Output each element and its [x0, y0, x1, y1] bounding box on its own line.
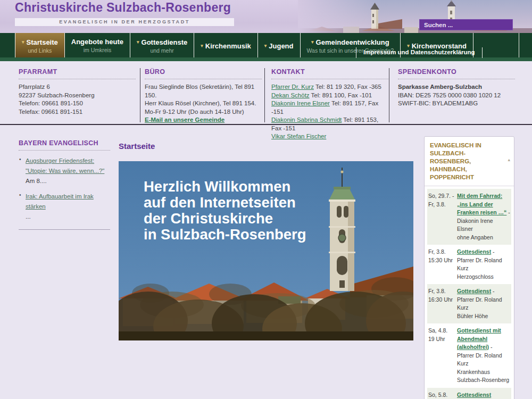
event-row: So, 5.8.8 Uhr Gottesdienst Der ideale Go… [427, 388, 511, 399]
nav-item[interactable]: ▾Gottesdienste und mehr [130, 33, 194, 57]
event-link[interactable]: Gottesdienst [457, 248, 491, 255]
left-sidebar: BAYERN EVANGELISCH Augsburger Friedensfe… [19, 139, 110, 230]
news-note: Am 8.... [26, 177, 110, 185]
hero-text: Herzlich Willkommen auf den Internetseit… [144, 178, 306, 243]
info-line: Sparkasse Amberg-Sulzbach [398, 83, 515, 92]
nav-item-label: ▾Angebote heute [71, 38, 123, 46]
info-line: Herr Klaus Rösel (Kirchner), Tel 891 154… [145, 99, 262, 108]
nav-separator [519, 33, 519, 57]
hero-image: Herzlich Willkommen auf den Internetseit… [119, 161, 413, 340]
chevron-down-icon: ▾ [311, 39, 314, 45]
info-link[interactable]: Pfarrer Dr. Kurz [271, 84, 314, 90]
event-date: 19 Uhr [428, 335, 455, 344]
section-divider [0, 124, 532, 125]
event-date: 15:30 Uhr [428, 256, 455, 265]
event-body: Mit dem Fahrrad: „ins Land der Franken r… [455, 192, 510, 242]
info-line: SWIFT-BIC: BYLADEM1ABG [398, 99, 515, 108]
news-link[interactable]: Augsburger Friedensfest: "Utopie: Was wä… [26, 157, 104, 174]
nav-item[interactable]: ▾Startseite und Links [15, 33, 65, 57]
info-text: Telefax: 09661 891-151 [19, 109, 82, 115]
column-separator [140, 68, 140, 122]
event-link[interactable]: Gottesdienst mit Abendmahl (alkoholfrei) [457, 327, 501, 350]
info-column: PFARRAMT Pfarrplatz 6 92237 Sulzbach-Ros… [19, 68, 136, 116]
dotted-divider [398, 79, 515, 79]
info-text: 92237 Sulzbach-Rosenberg [19, 92, 95, 98]
news-note: ... [26, 213, 110, 221]
page: Christuskirche Sulzbach-Rosenberg EVANGE… [0, 0, 532, 399]
event-dates: So, 5.8.8 Uhr [428, 391, 455, 399]
info-line: Mo-Fr 9-12 Uhr (Do auch 14-18 Uhr) [145, 108, 262, 117]
info-link[interactable]: Diakonin Sabrina Schmidt [271, 117, 342, 123]
info-line: Telefon: 09661 891-150 [19, 99, 136, 108]
svg-text:auf den Internetseiten: auf den Internetseiten [144, 194, 296, 211]
nav-item-label: ▾Gottesdienste [137, 38, 187, 47]
news-item: Irak: Aufbauarbeit im Irak stärken ... [19, 191, 110, 221]
search-input[interactable] [419, 19, 513, 30]
event-detail-line: Bühler Höhe [457, 312, 510, 321]
info-column-title: PFARRAMT [19, 68, 136, 76]
dotted-divider [271, 79, 388, 79]
info-link[interactable]: Dekan Schötz [271, 92, 310, 98]
nav-bottom-strip [0, 57, 532, 61]
nav-item[interactable]: ▾Kirchenmusik [194, 33, 258, 57]
news-item: Augsburger Friedensfest: "Utopie: Was wä… [19, 155, 110, 185]
chevron-down-icon: ▾ [22, 39, 24, 45]
collapse-arrow-icon[interactable]: ▴ [508, 157, 510, 162]
events-panel-title: EVANGELISCH IN SULZBACH-ROSENBERG, HAHNB… [430, 142, 503, 181]
event-detail-line: Herzogschloss [457, 273, 510, 281]
events-panel: EVANGELISCH IN SULZBACH-ROSENBERG, HAHNB… [424, 136, 514, 399]
event-body: Gottesdienst Der ideale Gottesdienst für… [455, 391, 510, 399]
left-sidebar-title: BAYERN EVANGELISCH [19, 139, 110, 147]
event-date: Fr, 3.8. [428, 201, 455, 209]
site-subtitle: EVANGELISCH IN DER HERZOGSTADT [15, 18, 234, 26]
info-text: Tel: 891 100, Fax -101 [310, 92, 372, 98]
event-date: Fr, 3.8. [428, 248, 455, 256]
sidebar-rule [19, 229, 110, 230]
news-link[interactable]: Irak: Aufbauarbeit im Irak stärken [26, 193, 94, 210]
chevron-down-icon: ▾ [264, 43, 267, 48]
page-title: Startseite [119, 142, 155, 151]
dotted-divider [19, 79, 136, 79]
nav-item[interactable]: ▾Angebote heute im Umkreis [65, 33, 130, 57]
info-column: KONTAKT Pfarrer Dr. Kurz Tel: 81 19 320,… [271, 68, 388, 141]
info-line: IBAN: DE25 7525 0000 0380 1020 12 [398, 92, 515, 100]
event-row: Fr, 3.8.16:30 Uhr Gottesdienst - Pfarrer… [427, 284, 511, 323]
dotted-divider [145, 79, 262, 79]
info-column: BÜRO Frau Sieglinde Blos (Sekretärin), T… [145, 68, 262, 124]
nav-item[interactable]: ▾Jugend [258, 33, 301, 57]
event-body: Gottesdienst mit Abendmahl (alkoholfrei)… [455, 327, 510, 385]
info-line: Diakonin Irene Elsner Tel: 891 157, Fax … [271, 99, 388, 116]
nav-item-sublabel: im Umkreis [71, 47, 123, 54]
nav-item-label: ▾Gemeindeentwicklung [307, 38, 394, 47]
nav-item-label: ▾Startseite [22, 38, 58, 47]
chevron-down-icon: ▾ [137, 39, 139, 45]
event-link[interactable]: Gottesdienst [457, 288, 491, 294]
site-header: Christuskirche Sulzbach-Rosenberg EVANGE… [0, 0, 532, 33]
event-link[interactable]: Mit dem Fahrrad: „ins Land der Franken r… [457, 193, 506, 215]
event-detail-line: Krankenhaus Sulzbach-Rosenberg [457, 368, 510, 385]
event-body: Gottesdienst - Pfarrer Dr. Roland Kurz H… [455, 248, 510, 281]
svg-text:der Christuskirche: der Christuskirche [144, 210, 273, 227]
event-body: Gottesdienst - Pfarrer Dr. Roland Kurz B… [455, 287, 510, 320]
info-line: E-Mail an unsere Gemeinde [145, 116, 262, 124]
info-line: Dekan Schötz Tel: 891 100, Fax -101 [271, 92, 388, 100]
nav-item-label: ▾Jugend [264, 41, 294, 51]
event-date: 16:30 Uhr [428, 296, 455, 304]
info-line: Telefax: 09661 891-151 [19, 108, 136, 117]
event-date: Fr, 3.8. [428, 287, 455, 296]
event-link[interactable]: Gottesdienst [457, 392, 491, 398]
nav-item-sublabel: und mehr [137, 47, 187, 54]
info-link[interactable]: E-Mail an unsere Gemeinde [145, 117, 225, 123]
event-date: Sa, 4.8. [428, 327, 455, 335]
nav-item-impressum[interactable]: Impressum und Datenschutzerklärung [356, 47, 483, 58]
events-list: So, 29.7. -Fr, 3.8. Mit dem Fahrrad: „in… [425, 186, 514, 399]
svg-text:in Sulzbach-Rosenberg: in Sulzbach-Rosenberg [144, 226, 306, 243]
event-dates: Fr, 3.8.16:30 Uhr [428, 287, 455, 320]
info-link[interactable]: Vikar Stefan Fischer [271, 133, 326, 139]
info-column: SPENDENKONTO Sparkasse Amberg-Sulzbach I… [398, 68, 515, 108]
info-link[interactable]: Diakonin Irene Elsner [271, 100, 330, 106]
info-line: Pfarrer Dr. Kurz Tel: 81 19 320, Fax -36… [271, 83, 388, 92]
event-row: Sa, 4.8.19 Uhr Gottesdienst mit Abendmah… [427, 323, 511, 388]
contact-info-section: PFARRAMT Pfarrplatz 6 92237 Sulzbach-Ros… [0, 61, 532, 124]
info-text: Sparkasse Amberg-Sulzbach [398, 84, 482, 90]
